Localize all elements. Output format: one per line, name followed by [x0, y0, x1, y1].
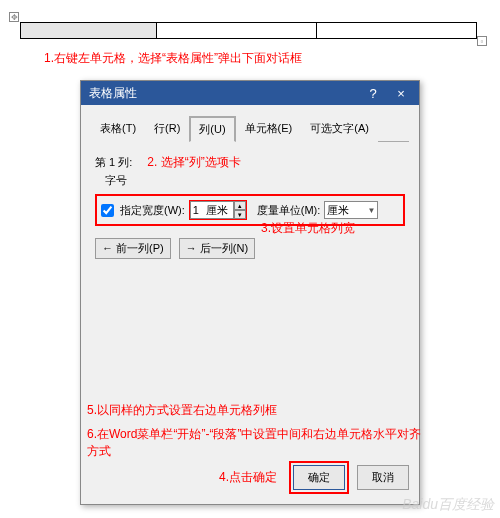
table-row [21, 23, 477, 39]
tab-alttext[interactable]: 可选文字(A) [301, 116, 378, 142]
table-resize-handle[interactable]: ▫ [477, 36, 487, 46]
specify-width-label: 指定宽度(W): [120, 203, 185, 218]
watermark: Baidu百度经验 [402, 496, 494, 514]
chevron-down-icon: ▼ [234, 210, 246, 219]
measure-label: 度量单位(M): [257, 203, 321, 218]
tab-row[interactable]: 行(R) [145, 116, 189, 142]
annotation-5: 5.以同样的方式设置右边单元格列框 [87, 402, 277, 419]
annotation-3: 3.设置单元格列宽 [261, 220, 355, 237]
table-move-handle[interactable]: ✥ [9, 12, 19, 22]
annotation-6: 6.在Word菜单栏“开始”-“段落”中设置中间和右边单元格水平对齐方式 [87, 426, 427, 460]
width-input[interactable] [190, 201, 204, 219]
close-button[interactable]: × [387, 81, 415, 105]
annotation-1: 1.右键左单元格，选择“表格属性”弹出下面对话框 [44, 50, 302, 67]
chevron-down-icon: ▼ [367, 206, 375, 215]
chevron-up-icon: ▲ [234, 201, 246, 210]
dialog-titlebar[interactable]: 表格属性 ? × [81, 81, 419, 105]
ok-button[interactable]: 确定 [293, 465, 345, 490]
annotation-2: 2. 选择“列”选项卡 [147, 155, 240, 169]
next-column-button[interactable]: → 后一列(N) [179, 238, 255, 259]
tab-table[interactable]: 表格(T) [91, 116, 145, 142]
dialog-title: 表格属性 [89, 85, 137, 102]
annotation-4: 4.点击确定 [219, 469, 277, 486]
prev-column-button[interactable]: ← 前一列(P) [95, 238, 171, 259]
size-label: 字号 [105, 173, 405, 188]
table-cell[interactable] [21, 23, 157, 39]
measure-unit-select[interactable]: 厘米 ▼ [324, 201, 378, 219]
table-properties-dialog: 表格属性 ? × 表格(T) 行(R) 列(U) 单元格(E) 可选文字(A) … [80, 80, 420, 505]
width-row: 指定宽度(W): 厘米 ▲▼ 度量单位(M): 厘米 ▼ [95, 194, 405, 226]
table-cell[interactable] [317, 23, 477, 39]
tab-column[interactable]: 列(U) [189, 116, 235, 142]
specify-width-checkbox[interactable] [101, 204, 114, 217]
width-spinner[interactable]: ▲▼ [234, 201, 246, 219]
tab-strip: 表格(T) 行(R) 列(U) 单元格(E) 可选文字(A) [91, 115, 409, 142]
word-table[interactable] [20, 22, 477, 39]
width-unit: 厘米 [204, 201, 234, 219]
cancel-button[interactable]: 取消 [357, 465, 409, 490]
dialog-footer: 4.点击确定 确定 取消 [219, 461, 409, 494]
help-button[interactable]: ? [359, 81, 387, 105]
column-header: 第 1 列: [95, 156, 132, 168]
tab-cell[interactable]: 单元格(E) [236, 116, 302, 142]
tab-content: 第 1 列: 2. 选择“列”选项卡 字号 指定宽度(W): 厘米 ▲▼ 度量单… [81, 142, 419, 482]
table-cell[interactable] [157, 23, 317, 39]
